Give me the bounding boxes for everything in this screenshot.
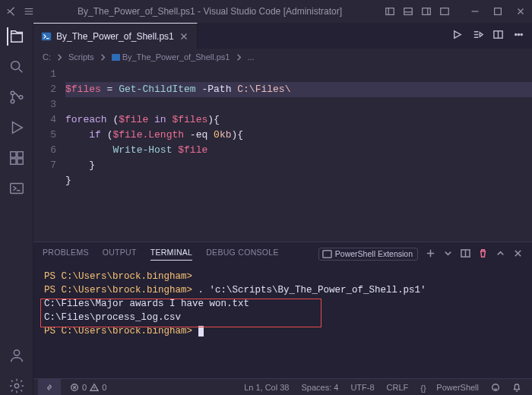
status-notifications-icon[interactable] bbox=[506, 383, 527, 392]
status-feedback-icon[interactable] bbox=[485, 383, 506, 392]
remote-indicator[interactable] bbox=[38, 379, 61, 396]
svg-rect-22 bbox=[323, 250, 331, 257]
svg-point-7 bbox=[11, 100, 14, 103]
powershell-icon bbox=[322, 249, 332, 259]
layout-panel-bottom-icon[interactable] bbox=[403, 6, 413, 17]
svg-rect-11 bbox=[10, 159, 15, 164]
tab-output[interactable]: OUTPUT bbox=[103, 248, 137, 260]
svg-rect-21 bbox=[112, 53, 120, 60]
kill-terminal-icon[interactable] bbox=[478, 248, 488, 260]
svg-rect-0 bbox=[386, 8, 394, 15]
powershell-file-icon bbox=[41, 31, 52, 42]
terminal-line: PS C:\Users\brock.bingham> bbox=[44, 326, 198, 337]
breadcrumb-file[interactable]: By_The_Power_of_Shell.ps1 bbox=[122, 52, 230, 62]
vscode-logo-icon bbox=[6, 6, 17, 17]
terminal-command: . 'c:\Scripts\By_The_Power_of_Shell.ps1' bbox=[198, 285, 426, 295]
titlebar: By_The_Power_of_Shell.ps1 - Visual Studi… bbox=[0, 0, 532, 23]
editor-tabs: By_The_Power_of_Shell.ps1 bbox=[33, 23, 532, 49]
split-terminal-icon[interactable] bbox=[461, 248, 470, 260]
breadcrumb-symbol[interactable]: ... bbox=[248, 52, 255, 62]
svg-rect-10 bbox=[17, 152, 22, 157]
breadcrumb[interactable]: C: Scripts By_The_Power_of_Shell.ps1 ... bbox=[33, 49, 532, 65]
minimize-icon[interactable] bbox=[470, 6, 480, 17]
status-problems[interactable]: 0 0 bbox=[64, 383, 112, 392]
terminal-dropdown-icon[interactable] bbox=[443, 248, 453, 260]
error-icon bbox=[70, 383, 79, 392]
tab-problems[interactable]: PROBLEMS bbox=[43, 248, 89, 260]
svg-rect-1 bbox=[404, 8, 413, 15]
svg-point-15 bbox=[14, 384, 19, 388]
run-selection-icon[interactable] bbox=[472, 29, 483, 43]
terminal-output: C:\Files\process_log.csv bbox=[44, 311, 521, 324]
tab-close-icon[interactable] bbox=[179, 31, 189, 42]
powershell-icon[interactable] bbox=[8, 179, 26, 198]
breadcrumb-folder[interactable]: Scripts bbox=[68, 52, 94, 62]
more-actions-icon[interactable] bbox=[513, 29, 524, 43]
source-control-icon[interactable] bbox=[8, 88, 26, 106]
svg-rect-4 bbox=[495, 8, 502, 15]
chevron-right-icon bbox=[235, 53, 243, 62]
svg-rect-3 bbox=[441, 8, 449, 15]
maximize-icon[interactable] bbox=[492, 6, 503, 17]
explorer-icon[interactable] bbox=[7, 27, 25, 46]
svg-rect-12 bbox=[17, 159, 22, 164]
bottom-panel: PROBLEMS OUTPUT TERMINAL DEBUG CONSOLE P… bbox=[33, 242, 532, 378]
hamburger-menu-icon[interactable] bbox=[23, 6, 35, 17]
layout-customize-icon[interactable] bbox=[439, 6, 450, 17]
code-editor[interactable]: 1 2 3 4 5 6 7 $files = Get-ChildItem -Pa… bbox=[33, 65, 532, 242]
tab-file[interactable]: By_The_Power_of_Shell.ps1 bbox=[33, 23, 198, 49]
layout-controls bbox=[385, 6, 450, 17]
search-icon[interactable] bbox=[8, 58, 26, 76]
status-indentation[interactable]: Spaces: 4 bbox=[295, 383, 344, 392]
extensions-icon[interactable] bbox=[8, 149, 26, 167]
svg-point-18 bbox=[515, 33, 517, 35]
svg-rect-2 bbox=[423, 8, 431, 15]
svg-point-5 bbox=[11, 62, 19, 70]
svg-point-6 bbox=[11, 91, 14, 95]
svg-rect-9 bbox=[10, 152, 15, 157]
terminal-cursor bbox=[198, 326, 204, 337]
run-debug-icon[interactable] bbox=[8, 118, 26, 137]
svg-point-8 bbox=[19, 96, 23, 100]
status-bar: 0 0 Ln 1, Col 38 Spaces: 4 UTF-8 CRLF {}… bbox=[33, 378, 532, 395]
tab-debug-console[interactable]: DEBUG CONSOLE bbox=[206, 248, 279, 260]
settings-gear-icon[interactable] bbox=[8, 377, 26, 395]
svg-point-14 bbox=[14, 350, 19, 356]
code-content[interactable]: $files = Get-ChildItem -Path C:\Files\ f… bbox=[65, 67, 532, 242]
close-panel-icon[interactable] bbox=[513, 248, 523, 260]
status-cursor-position[interactable]: Ln 1, Col 38 bbox=[238, 383, 295, 392]
run-icon[interactable] bbox=[451, 29, 463, 43]
warning-icon bbox=[90, 383, 99, 392]
activity-bar bbox=[0, 23, 33, 395]
split-editor-icon[interactable] bbox=[492, 29, 504, 43]
window-title: By_The_Power_of_Shell.ps1 - Visual Studi… bbox=[41, 6, 378, 17]
status-language[interactable]: {} PowerShell bbox=[414, 383, 485, 392]
tab-label: By_The_Power_of_Shell.ps1 bbox=[56, 31, 174, 42]
status-eol[interactable]: CRLF bbox=[381, 383, 415, 392]
layout-panel-left-icon[interactable] bbox=[385, 6, 395, 17]
breadcrumb-root[interactable]: C: bbox=[43, 52, 51, 62]
status-encoding[interactable]: UTF-8 bbox=[344, 383, 380, 392]
terminal-output: C:\Files\Major awards I have won.txt bbox=[44, 297, 521, 311]
maximize-panel-icon[interactable] bbox=[496, 248, 505, 260]
svg-rect-16 bbox=[42, 32, 51, 40]
close-icon[interactable] bbox=[515, 6, 526, 17]
line-number-gutter: 1 2 3 4 5 6 7 bbox=[33, 67, 65, 242]
terminal-line: PS C:\Users\brock.bingham> bbox=[44, 285, 198, 295]
terminal-content[interactable]: PS C:\Users\brock.bingham> PS C:\Users\b… bbox=[33, 265, 532, 378]
svg-point-19 bbox=[518, 33, 519, 35]
chevron-right-icon bbox=[55, 53, 64, 62]
chevron-right-icon bbox=[99, 53, 107, 62]
layout-panel-right-icon[interactable] bbox=[421, 6, 432, 17]
svg-point-20 bbox=[521, 33, 522, 35]
terminal-line: PS C:\Users\brock.bingham> bbox=[44, 271, 192, 282]
tab-terminal[interactable]: TERMINAL bbox=[150, 248, 193, 261]
terminal-profile-selector[interactable]: PowerShell Extension bbox=[318, 248, 418, 261]
account-icon[interactable] bbox=[8, 346, 26, 365]
powershell-file-icon bbox=[112, 53, 120, 62]
new-terminal-icon[interactable] bbox=[426, 248, 435, 260]
